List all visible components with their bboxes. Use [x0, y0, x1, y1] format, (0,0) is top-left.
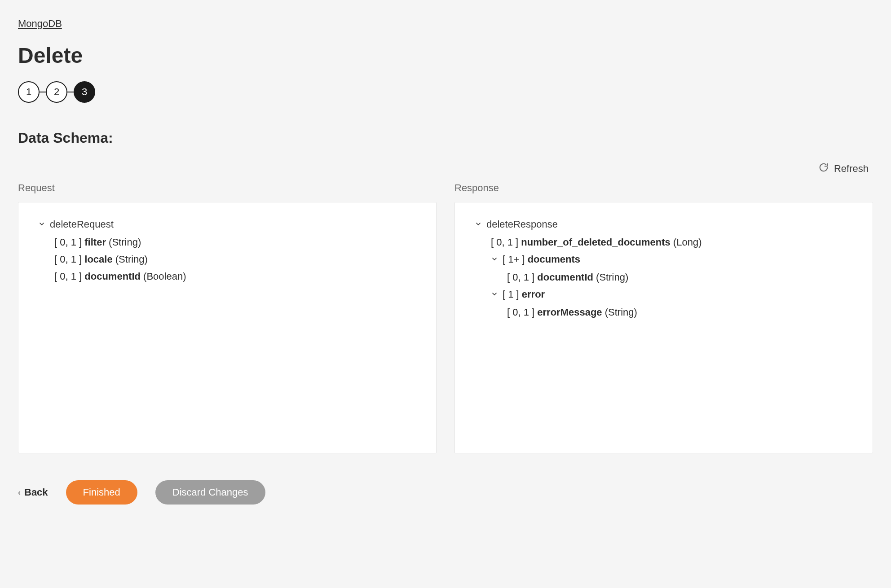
request-column: Request deleteRequest[ 0, 1 ] filter (St… — [18, 182, 437, 453]
schema-node[interactable]: deleteRequest — [38, 219, 416, 230]
request-schema-panel: deleteRequest[ 0, 1 ] filter (String)[ 0… — [18, 202, 437, 453]
chevron-down-icon[interactable] — [475, 219, 482, 230]
chevron-down-icon[interactable] — [491, 254, 498, 265]
chevron-down-icon[interactable] — [38, 219, 45, 230]
response-column: Response deleteResponse[ 0, 1 ] number_o… — [454, 182, 873, 453]
schema-node-label: [ 1+ ] documents — [503, 254, 580, 265]
schema-field: [ 0, 1 ] documentId (Boolean) — [54, 271, 416, 282]
finished-button[interactable]: Finished — [66, 480, 137, 505]
step-3[interactable]: 3 — [74, 81, 95, 103]
schema-node-label: [ 1 ] error — [503, 289, 545, 300]
step-connector — [40, 92, 46, 92]
schema-node[interactable]: [ 1 ] error — [491, 289, 853, 300]
chevron-left-icon: ‹ — [18, 488, 21, 497]
back-button[interactable]: ‹ Back — [18, 487, 48, 498]
request-header: Request — [18, 182, 437, 194]
chevron-down-icon[interactable] — [491, 289, 498, 300]
stepper: 123 — [18, 81, 873, 103]
schema-field: [ 0, 1 ] locale (String) — [54, 254, 416, 265]
schema-field: [ 0, 1 ] filter (String) — [54, 237, 416, 248]
step-1[interactable]: 1 — [18, 81, 40, 103]
section-heading: Data Schema: — [18, 130, 873, 146]
refresh-label: Refresh — [834, 163, 869, 175]
page-title: Delete — [18, 43, 873, 68]
discard-button[interactable]: Discard Changes — [155, 480, 265, 505]
response-schema-panel: deleteResponse[ 0, 1 ] number_of_deleted… — [454, 202, 873, 453]
response-header: Response — [454, 182, 873, 194]
schema-field: [ 0, 1 ] errorMessage (String) — [507, 307, 853, 318]
back-label: Back — [24, 487, 48, 498]
refresh-button[interactable]: Refresh — [814, 160, 873, 178]
schema-field: [ 0, 1 ] documentId (String) — [507, 272, 853, 283]
refresh-icon — [819, 162, 829, 175]
step-connector — [67, 92, 74, 92]
breadcrumb-link[interactable]: MongoDB — [18, 18, 62, 30]
schema-field: [ 0, 1 ] number_of_deleted_documents (Lo… — [491, 237, 853, 248]
schema-node[interactable]: [ 1+ ] documents — [491, 254, 853, 265]
step-2[interactable]: 2 — [46, 81, 67, 103]
schema-node[interactable]: deleteResponse — [475, 219, 853, 230]
schema-node-label: deleteResponse — [486, 219, 558, 230]
schema-node-label: deleteRequest — [50, 219, 114, 230]
